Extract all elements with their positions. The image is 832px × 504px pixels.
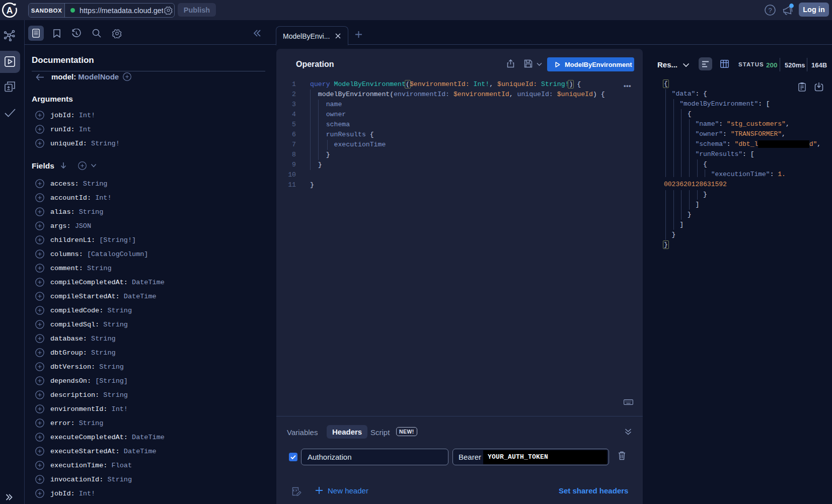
svg-text:?: ? <box>768 7 772 14</box>
svg-text:A: A <box>7 6 13 16</box>
